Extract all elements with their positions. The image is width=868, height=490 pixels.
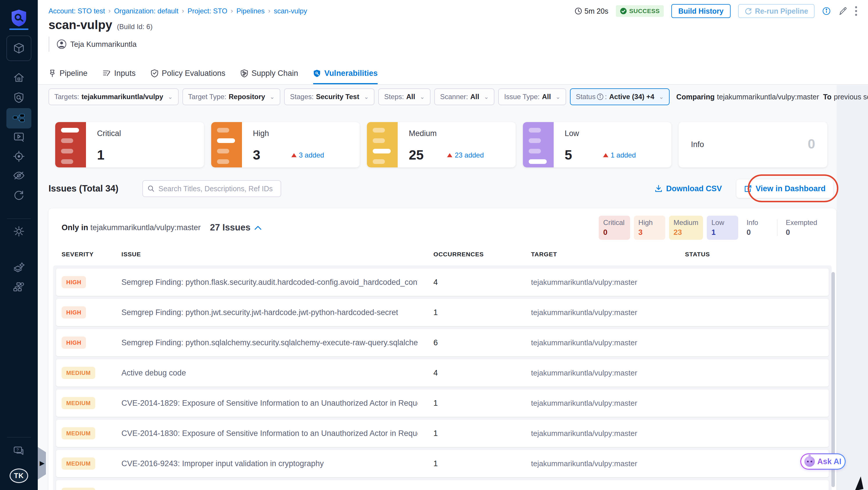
issue-title[interactable]: CVE-2014-1829: Exposure of Sensitive Inf…: [121, 399, 418, 408]
sto-module-logo[interactable]: [0, 9, 38, 27]
severity-card-info[interactable]: Info 0: [679, 122, 827, 167]
severity-card-critical[interactable]: Critical 1: [55, 122, 204, 167]
group-issue-count[interactable]: 27 Issues: [210, 222, 262, 233]
breadcrumb-account[interactable]: Account: STO test: [49, 7, 105, 15]
column-occurrences: OCCURRENCES: [433, 251, 484, 258]
table-row[interactable]: HIGH Semgrep Finding: python.sqlalchemy.…: [56, 329, 829, 356]
sidebar-item-environments[interactable]: [0, 261, 38, 274]
page-header: Account: STO test › Organization: defaul…: [38, 0, 868, 85]
issue-title[interactable]: CVE-2014-1830: Exposure of Sensitive Inf…: [121, 429, 418, 438]
table-row[interactable]: HIGH Semgrep Finding: python.flask.secur…: [56, 269, 829, 296]
chip-exempted: Exempted0: [781, 216, 822, 240]
issue-title[interactable]: Active debug code: [121, 369, 186, 377]
column-target: TARGET: [531, 251, 557, 258]
target-value: tejakummarikuntla/vulpy:master: [531, 369, 637, 377]
issue-title[interactable]: Semgrep Finding: python.flask.security.a…: [121, 278, 418, 287]
high-gauge-icon: [211, 122, 242, 167]
edit-pipeline-button[interactable]: [838, 7, 847, 16]
user-avatar[interactable]: TK: [9, 468, 28, 483]
info-icon: [597, 93, 603, 100]
cube-icon: [13, 42, 25, 54]
sidebar-item-getting-started[interactable]: [0, 188, 38, 202]
severity-cards: Critical 1 High 3 3 added Medium 2: [55, 122, 827, 167]
severity-card-medium[interactable]: Medium 25 23 added: [367, 122, 516, 167]
breadcrumb-project[interactable]: Project: STO: [187, 7, 227, 15]
breadcrumb-organization[interactable]: Organization: default: [114, 7, 178, 15]
shield-scan-icon: [13, 92, 25, 103]
filter-scanner[interactable]: Scanner:All ⌄: [434, 88, 495, 105]
vulnerabilities-shield-icon: [313, 69, 321, 77]
target-icon: [13, 151, 25, 162]
group-scope-label: Only in tejakummarikuntla/vulpy:master: [62, 223, 201, 232]
build-history-button[interactable]: Build History: [671, 4, 731, 18]
tab-policy-evaluations[interactable]: Policy Evaluations: [151, 65, 225, 84]
sidebar-item-module-selector[interactable]: [6, 35, 31, 61]
tab-inputs[interactable]: Inputs: [102, 65, 136, 84]
sidebar-item-home[interactable]: [0, 71, 38, 85]
added-link[interactable]: 1 added: [603, 151, 636, 159]
issues-toolbar: Issues (Total 34) Download CSV: [49, 179, 833, 199]
column-status: STATUS: [685, 251, 710, 258]
breadcrumb: Account: STO test › Organization: defaul…: [49, 7, 307, 15]
more-options-button[interactable]: [855, 6, 858, 16]
sidebar-item-exemptions[interactable]: [0, 169, 38, 183]
filter-status[interactable]: Status : Active (34) +4 ⌄: [570, 88, 670, 105]
issues-search[interactable]: [142, 180, 281, 197]
view-in-dashboard-button[interactable]: View in Dashboard: [736, 179, 833, 198]
sidebar-item-executions[interactable]: [0, 130, 38, 144]
sidebar: ? TK: [0, 0, 38, 490]
main-area: Account: STO test › Organization: defaul…: [38, 0, 868, 490]
info-icon: [822, 7, 831, 16]
check-circle-icon: [620, 7, 627, 14]
sidebar-item-test-targets[interactable]: [0, 149, 38, 163]
filter-steps[interactable]: Steps:All ⌄: [378, 88, 430, 105]
home-icon: [13, 72, 25, 84]
table-row[interactable]: MEDIUM: [56, 480, 829, 490]
breadcrumb-pipelines[interactable]: Pipelines: [237, 7, 265, 15]
issue-title[interactable]: Semgrep Finding: python.jwt.security.jwt…: [121, 308, 398, 317]
card-value: 1: [97, 147, 104, 163]
filter-stages[interactable]: Stages:Security Test ⌄: [284, 88, 374, 105]
expand-arrow-icon: ▶: [40, 459, 45, 467]
build-tabs: Pipeline Inputs Policy Evaluations: [49, 65, 378, 84]
comparing-label: Comparing tejakummarikuntla/vulpy:master…: [676, 93, 868, 101]
search-input[interactable]: [158, 184, 276, 193]
card-label: Low: [565, 129, 579, 138]
gear-icon: [13, 225, 25, 238]
filter-target-type[interactable]: Target Type:Repository ⌄: [182, 88, 281, 105]
sidebar-item-help[interactable]: ?: [0, 444, 38, 458]
info-button[interactable]: [822, 7, 831, 16]
filter-targets[interactable]: Targets:tejakummarikuntla/vulpy ⌄: [49, 88, 179, 105]
ask-ai-button[interactable]: Ask AI: [800, 453, 846, 470]
sidebar-item-org-settings[interactable]: [0, 280, 38, 294]
tab-supply-chain[interactable]: Supply Chain: [241, 65, 298, 84]
occurrences-value: 1: [433, 308, 438, 317]
chevron-down-icon: ⌄: [659, 93, 664, 100]
table-row[interactable]: MEDIUM CVE-2016-9243: Improper input val…: [56, 450, 829, 477]
sidebar-item-project-settings[interactable]: [0, 224, 38, 238]
table-row[interactable]: MEDIUM CVE-2014-1830: Exposure of Sensit…: [56, 420, 829, 447]
severity-card-high[interactable]: High 3 3 added: [211, 122, 360, 167]
breadcrumb-current[interactable]: scan-vulpy: [274, 7, 307, 15]
download-csv-button[interactable]: Download CSV: [654, 184, 722, 193]
sidebar-expand-handle[interactable]: ▶: [38, 447, 46, 480]
issues-table-card: Only in tejakummarikuntla/vulpy:master 2…: [49, 208, 836, 490]
chevron-down-icon: ⌄: [555, 93, 560, 100]
table-row[interactable]: HIGH Semgrep Finding: python.jwt.securit…: [56, 299, 829, 326]
sidebar-item-overview[interactable]: [0, 91, 38, 104]
severity-card-low[interactable]: Low 5 1 added: [523, 122, 672, 167]
severity-badge: MEDIUM: [62, 367, 95, 379]
table-row[interactable]: MEDIUM Active debug code 4 tejakummariku…: [56, 359, 829, 387]
issue-title[interactable]: Semgrep Finding: python.sqlalchemy.secur…: [121, 338, 418, 347]
rerun-pipeline-button[interactable]: Re-run Pipeline: [738, 4, 814, 18]
tab-vulnerabilities[interactable]: Vulnerabilities: [313, 65, 378, 84]
added-link[interactable]: 3 added: [291, 151, 324, 159]
hierarchy-gear-icon: [13, 281, 25, 293]
chat-help-icon: ?: [13, 445, 25, 457]
issue-title[interactable]: CVE-2016-9243: Improper input validation…: [121, 459, 323, 468]
sidebar-item-pipelines[interactable]: [6, 108, 31, 128]
added-link[interactable]: 23 added: [447, 151, 484, 159]
filter-issue-type[interactable]: Issue Type:All ⌄: [498, 88, 566, 105]
tab-pipeline[interactable]: Pipeline: [49, 65, 87, 84]
table-row[interactable]: MEDIUM CVE-2014-1829: Exposure of Sensit…: [56, 390, 829, 417]
